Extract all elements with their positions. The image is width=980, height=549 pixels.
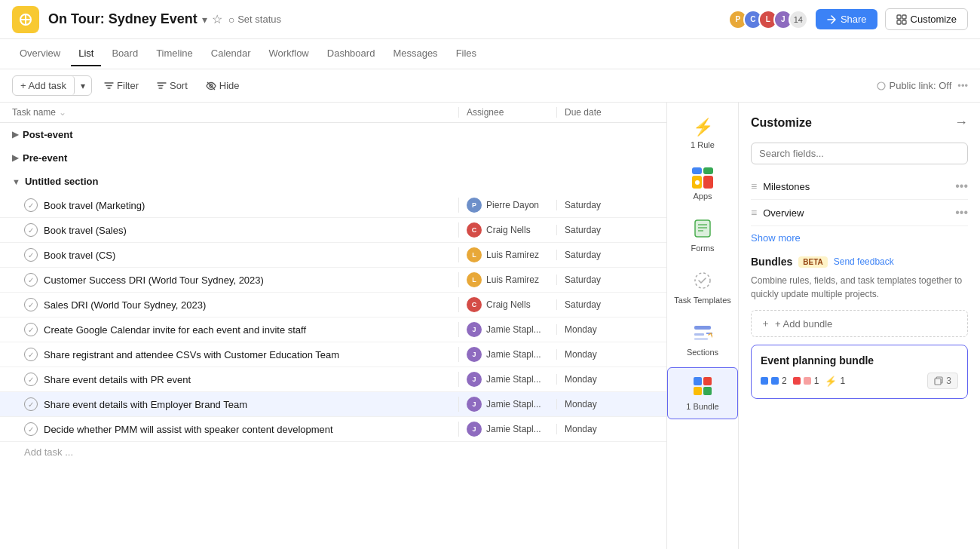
tab-board[interactable]: Board <box>104 41 145 66</box>
col-header-task-name: Task name ⌄ <box>12 107 458 118</box>
icon-item-forms[interactable]: Forms <box>667 211 738 260</box>
customize-search-input[interactable] <box>751 143 968 164</box>
svg-rect-23 <box>694 387 702 395</box>
task-name: Book travel (CS) <box>44 250 458 261</box>
public-link[interactable]: Public link: Off <box>877 80 951 91</box>
task-assignee: J Jamie Stapl... <box>458 422 556 437</box>
svg-rect-24 <box>703 387 712 395</box>
task-name: Share event details with PR event <box>44 374 458 385</box>
icon-item-apps[interactable]: Apps <box>667 160 738 208</box>
task-checkbox[interactable]: ✓ <box>24 373 38 386</box>
icon-label: Apps <box>693 192 712 201</box>
more-options-button[interactable]: ••• <box>955 206 968 219</box>
task-checkbox[interactable]: ✓ <box>24 348 38 361</box>
avatar: J <box>467 322 482 337</box>
task-name: Book travel (Sales) <box>44 225 458 236</box>
task-row[interactable]: ✓ Decide whether PMM will assist with sp… <box>0 417 666 442</box>
forms-icon <box>693 219 712 241</box>
bundle-copy-button[interactable]: 3 <box>927 373 958 389</box>
bundle-icon <box>692 376 713 399</box>
task-due-date: Monday <box>556 399 654 409</box>
icon-item-sections[interactable]: Sections <box>667 315 738 364</box>
task-row[interactable]: ✓ Book travel (Sales) C Craig Nells Satu… <box>0 218 666 243</box>
send-feedback-link[interactable]: Send feedback <box>834 256 894 267</box>
show-more-button[interactable]: Show more <box>751 232 968 244</box>
share-button[interactable]: Share <box>816 9 877 29</box>
task-row[interactable]: ✓ Share registrant and attendee CSVs wit… <box>0 342 666 367</box>
avatar: C <box>467 297 482 312</box>
svg-rect-21 <box>694 377 702 385</box>
bundle-card[interactable]: Event planning bundle 2 1 ⚡ 1 <box>751 345 968 399</box>
customize-button[interactable]: Customize <box>885 8 968 30</box>
task-row[interactable]: ✓ Sales DRI (World Tour Sydney, 2023) C … <box>0 293 666 317</box>
tab-messages[interactable]: Messages <box>385 41 445 66</box>
task-checkbox[interactable]: ✓ <box>24 198 38 212</box>
beta-badge: BETA <box>798 256 827 268</box>
svg-rect-12 <box>695 220 710 237</box>
chevron-down-icon[interactable]: ▾ <box>202 14 207 26</box>
customize-panel: Customize → ≡ Milestones ••• ≡ Overview … <box>739 103 980 549</box>
hide-button[interactable]: Hide <box>200 77 246 94</box>
task-templates-icon <box>693 271 712 293</box>
task-row[interactable]: ✓ Create Google Calendar invite for each… <box>0 317 666 342</box>
tab-calendar[interactable]: Calendar <box>204 41 259 66</box>
icon-item-bundle[interactable]: 1 Bundle <box>667 367 738 419</box>
svg-rect-5 <box>902 15 906 19</box>
chevron-icon: ▼ <box>12 177 20 186</box>
section-untitled[interactable]: ▼ Untitled section <box>0 170 666 193</box>
icon-item-rule[interactable]: ⚡ 1 Rule <box>667 110 738 157</box>
tab-overview[interactable]: Overview <box>12 41 68 66</box>
task-row[interactable]: ✓ Customer Success DRI (World Tour Sydne… <box>0 268 666 293</box>
task-row[interactable]: ✓ Book travel (CS) L Luis Ramirez Saturd… <box>0 243 666 268</box>
section-pre-event[interactable]: ▶ Pre-event <box>0 146 666 170</box>
task-row[interactable]: ✓ Book travel (Marketing) P Pierre Dayon… <box>0 193 666 218</box>
icon-panel: ⚡ 1 Rule Apps <box>667 103 739 549</box>
section-post-event[interactable]: ▶ Post-event <box>0 123 666 146</box>
task-row-highlighted[interactable]: ✓ Share event details with Employer Bran… <box>0 392 666 417</box>
task-assignee: J Jamie Stapl... <box>458 322 556 337</box>
nav-tabs: Overview List Board Timeline Calendar Wo… <box>0 39 980 69</box>
more-options-button[interactable]: ••• <box>955 179 968 193</box>
tab-list[interactable]: List <box>71 41 101 66</box>
task-due-date: Saturday <box>556 225 654 235</box>
more-options-icon[interactable]: ••• <box>957 80 968 91</box>
task-checkbox[interactable]: ✓ <box>24 223 38 237</box>
bundles-title: Bundles <box>751 256 792 268</box>
add-task-dropdown[interactable]: ▾ <box>75 76 91 95</box>
tab-files[interactable]: Files <box>449 41 484 66</box>
task-checkbox[interactable]: ✓ <box>24 248 38 262</box>
star-icon[interactable]: ☆ <box>212 12 222 26</box>
task-assignee: J Jamie Stapl... <box>458 347 556 362</box>
add-task-inline[interactable]: Add task ... <box>0 442 666 462</box>
add-task-button[interactable]: + Add task <box>13 76 75 95</box>
field-name: Overview <box>763 207 955 219</box>
icon-label: 1 Bundle <box>686 402 718 411</box>
svg-rect-18 <box>694 326 711 330</box>
task-checkbox[interactable]: ✓ <box>24 323 38 336</box>
drag-handle-icon[interactable]: ≡ <box>751 207 757 219</box>
field-row-overview: ≡ Overview ••• <box>751 200 968 226</box>
avatar-group[interactable]: P C L J 14 <box>728 10 808 29</box>
add-bundle-button[interactable]: ＋ + Add bundle <box>751 310 968 337</box>
chevron-icon: ▶ <box>12 130 18 140</box>
bundles-section: Bundles BETA Send feedback Combine rules… <box>751 256 968 399</box>
drag-handle-icon[interactable]: ≡ <box>751 180 757 192</box>
set-status-button[interactable]: Set status <box>228 14 281 26</box>
filter-button[interactable]: Filter <box>98 77 145 94</box>
task-name: Book travel (Marketing) <box>44 200 458 211</box>
task-checkbox[interactable]: ✓ <box>24 422 38 436</box>
tab-timeline[interactable]: Timeline <box>149 41 201 66</box>
task-checkbox[interactable]: ✓ <box>24 273 38 287</box>
tab-dashboard[interactable]: Dashboard <box>320 41 383 66</box>
tab-workflow[interactable]: Workflow <box>262 41 317 66</box>
close-button[interactable]: → <box>954 115 968 130</box>
plus-icon: ＋ <box>761 317 770 330</box>
svg-rect-25 <box>935 379 941 385</box>
avatar: J <box>467 397 482 412</box>
task-row[interactable]: ✓ Share event details with PR event J Ja… <box>0 367 666 392</box>
sort-button[interactable]: Sort <box>151 77 194 94</box>
task-checkbox[interactable]: ✓ <box>24 298 38 311</box>
task-checkbox[interactable]: ✓ <box>24 397 38 411</box>
icon-item-task-templates[interactable]: Task Templates <box>667 263 738 312</box>
task-assignee: C Craig Nells <box>458 222 556 238</box>
